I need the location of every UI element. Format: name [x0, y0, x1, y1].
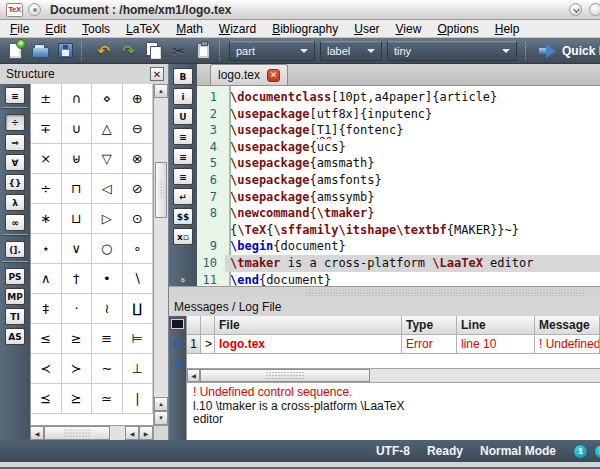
code-line[interactable]: 11\end{document} [197, 272, 600, 286]
symbol-cell[interactable]: ≡ [92, 324, 123, 354]
pstricks-icon[interactable]: PS [5, 268, 25, 285]
code-editor[interactable]: 1\documentclass[10pt,a4paper]{article}2\… [197, 86, 600, 286]
scroll-track[interactable] [110, 426, 125, 440]
symbol-cell[interactable]: ∣ [123, 384, 154, 414]
log-view-icon[interactable] [171, 319, 184, 329]
quick-build-run-icon[interactable] [539, 44, 556, 58]
table-cell-type[interactable]: Error [402, 335, 457, 354]
open-file-button[interactable] [28, 40, 53, 62]
reference-dropdown[interactable]: label [320, 41, 382, 61]
misc-math-icon[interactable]: ∞ [5, 214, 25, 231]
symbol-cell[interactable]: ⊔ [62, 204, 93, 234]
asymptote-icon[interactable]: AS [5, 328, 25, 345]
log-table-row[interactable]: 1>logo.texErrorline 10! Undefined [187, 335, 600, 354]
window-menu-button[interactable] [28, 3, 41, 16]
tab-logo-tex[interactable]: logo.tex ✕ [210, 64, 288, 85]
table-cell-message[interactable]: ! Undefined [535, 335, 600, 354]
arrows-icon[interactable]: ⇒ [5, 134, 25, 151]
binary-operators-icon[interactable]: ÷ [5, 114, 25, 131]
scroll-right-icon[interactable]: ▶ [139, 426, 153, 440]
symbol-cell[interactable]: ◁ [92, 174, 123, 204]
code-line[interactable]: 2\usepackage[utf8x]{inputenc} [197, 106, 600, 123]
code-line[interactable]: 8\newcommand{\tmaker} [197, 205, 600, 222]
log-horizontal-scrollbar[interactable]: ◀ [187, 368, 600, 383]
close-button[interactable] [589, 3, 600, 16]
scroll-left-icon[interactable]: ◀ [125, 426, 139, 440]
symbol-cell[interactable]: ≺ [31, 354, 62, 384]
code-line[interactable]: 3\usepackage[T1]{fontenc} [197, 122, 600, 139]
structure-view-icon[interactable]: ≡ [5, 87, 25, 104]
symbol-cell[interactable]: × [31, 144, 62, 174]
scroll-thumb[interactable] [44, 426, 110, 440]
code-line[interactable]: 10\tmaker is a cross-platform \LaaTeX ed… [197, 255, 600, 272]
cut-button[interactable]: ✂ [166, 40, 191, 62]
code-line[interactable]: {\TeX{\sffamily\itshape\textbf{MAKER}}~} [197, 222, 600, 239]
scroll-thumb[interactable] [200, 369, 370, 382]
symbol-cell[interactable]: △ [92, 114, 123, 144]
delimiters-icon[interactable]: {} [5, 174, 25, 191]
menu-wizard[interactable]: Wizard [211, 21, 264, 37]
code-line[interactable]: 6\usepackage{amsfonts} [197, 172, 600, 189]
symbol-cell[interactable]: ∗ [31, 204, 62, 234]
menu-tools[interactable]: Tools [74, 21, 118, 37]
fontsize-dropdown[interactable]: tiny [387, 41, 517, 61]
code-line[interactable]: 4\usepackage{ucs} [197, 139, 600, 156]
symbol-cell[interactable]: ∨ [62, 234, 93, 264]
symbol-cell[interactable]: ⊥ [123, 354, 154, 384]
panel-splitter[interactable] [169, 286, 600, 298]
symbol-cell[interactable]: ÷ [31, 174, 62, 204]
symbol-cell[interactable]: ∪ [62, 114, 93, 144]
symbol-cell[interactable]: ∩ [62, 84, 93, 114]
symbol-cell[interactable]: ≥ [62, 324, 93, 354]
code-line[interactable]: 9\begin{document} [197, 238, 600, 255]
brackets-icon[interactable]: (]. [5, 241, 25, 258]
misc-symbols-icon[interactable]: ∀ [5, 154, 25, 171]
symbol-cell[interactable]: ⪰ [62, 384, 93, 414]
redo-button[interactable]: ↷ [116, 40, 141, 62]
code-line[interactable]: 7\usepackage{amssymb} [197, 189, 600, 206]
toolbar-overflow-icon[interactable]: » [178, 277, 188, 282]
menu-user[interactable]: User [346, 21, 387, 37]
symbol-cell[interactable]: ≤ [31, 324, 62, 354]
line-break-icon[interactable]: ↵ [173, 188, 193, 205]
symbol-cell[interactable]: ‡ [31, 294, 62, 324]
symbol-cell[interactable]: ⊙ [123, 204, 154, 234]
next-error-icon[interactable]: ▶ [173, 338, 181, 349]
symbol-cell[interactable]: ⋅ [62, 294, 93, 324]
symbol-cell[interactable]: ▷ [92, 204, 123, 234]
table-cell-file[interactable]: logo.tex [215, 335, 402, 354]
symbol-cell[interactable]: ⊗ [123, 144, 154, 174]
align-left-icon[interactable]: ≡ [173, 128, 193, 145]
code-line[interactable]: 1\documentclass[10pt,a4paper]{article} [197, 89, 600, 106]
metapost-icon[interactable]: MP [5, 288, 25, 305]
scroll-track[interactable] [370, 369, 600, 382]
copy-button[interactable] [141, 40, 166, 62]
bold-icon[interactable]: B [173, 68, 193, 85]
symbol-cell[interactable]: ≻ [62, 354, 93, 384]
menu-help[interactable]: Help [487, 21, 528, 37]
symbol-horizontal-scrollbar[interactable]: ◀ ◀ ▶ [30, 425, 153, 440]
status-badge[interactable]: 2 [594, 444, 600, 459]
symbol-cell[interactable]: ⊘ [123, 174, 154, 204]
paste-button[interactable] [191, 40, 216, 62]
code-line[interactable]: 5\usepackage{amsmath} [197, 155, 600, 172]
symbol-cell[interactable]: ∓ [31, 114, 62, 144]
symbol-cell[interactable]: ⋄ [92, 84, 123, 114]
symbol-cell[interactable]: ⊓ [62, 174, 93, 204]
symbol-cell[interactable]: ⊎ [62, 144, 93, 174]
symbol-cell[interactable]: ∐ [123, 294, 154, 324]
symbol-cell[interactable]: ∧ [31, 264, 62, 294]
symbol-cell[interactable]: ⊨ [123, 324, 154, 354]
align-right-icon[interactable]: ≡ [173, 168, 193, 185]
underline-icon[interactable]: U [173, 108, 193, 125]
symbol-cell[interactable]: ∘ [123, 234, 154, 264]
tab-close-icon[interactable]: ✕ [267, 69, 280, 82]
shade-button[interactable] [569, 3, 582, 16]
symbol-cell[interactable]: • [92, 264, 123, 294]
symbol-cell[interactable]: ∼ [92, 354, 123, 384]
menu-latex[interactable]: LaTeX [118, 21, 168, 37]
structure-close-button[interactable]: ✕ [150, 67, 164, 81]
symbol-cell[interactable]: ± [31, 84, 62, 114]
symbol-cell[interactable]: ∖ [123, 264, 154, 294]
symbol-cell[interactable]: ≃ [92, 384, 123, 414]
